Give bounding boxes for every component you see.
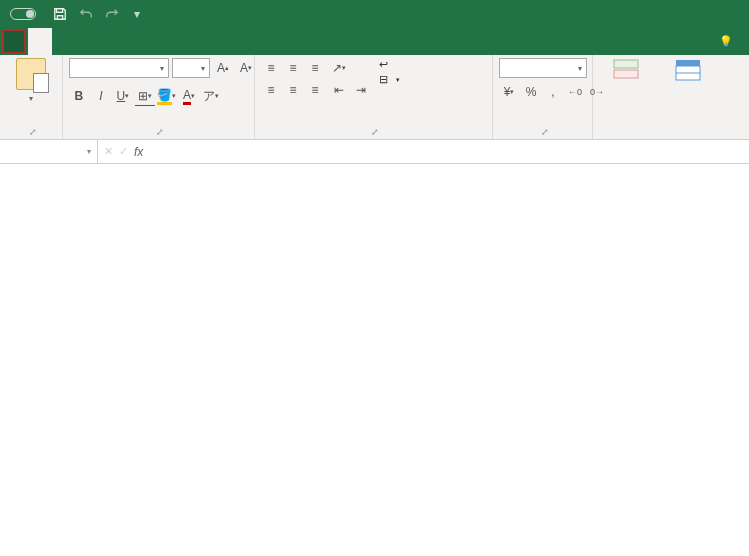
undo-icon[interactable]	[78, 6, 94, 22]
conditional-formatting-button[interactable]	[599, 58, 653, 86]
decrease-font-icon[interactable]: A▾	[236, 58, 256, 78]
number-format-combo[interactable]: ▾	[499, 58, 587, 78]
paste-button[interactable]: ▾	[9, 58, 53, 103]
tab-insert[interactable]	[52, 28, 76, 55]
align-left-icon[interactable]: ≡	[261, 80, 281, 100]
dialog-launcher-icon[interactable]: ⤢	[371, 127, 379, 137]
tab-help[interactable]	[220, 28, 244, 55]
tab-page-layout[interactable]	[76, 28, 100, 55]
format-as-table-button[interactable]	[657, 58, 719, 86]
accounting-format-icon[interactable]: ¥▾	[499, 82, 519, 102]
bold-button[interactable]: B	[69, 86, 89, 106]
table-format-icon	[674, 58, 702, 84]
svg-rect-2	[676, 60, 700, 66]
decrease-indent-icon[interactable]: ⇤	[329, 80, 349, 100]
font-name-combo[interactable]: ▾	[69, 58, 169, 78]
increase-indent-icon[interactable]: ⇥	[351, 80, 371, 100]
align-top-icon[interactable]: ≡	[261, 58, 281, 78]
border-button[interactable]: ⊞▾	[135, 86, 155, 106]
svg-rect-1	[614, 70, 638, 78]
redo-icon[interactable]	[104, 6, 120, 22]
font-color-button[interactable]: A▾	[179, 86, 199, 106]
wrap-icon: ↩	[379, 58, 388, 71]
svg-rect-0	[614, 60, 638, 68]
tab-home[interactable]	[28, 28, 52, 55]
percent-format-icon[interactable]: %	[521, 82, 541, 102]
tab-developer[interactable]	[196, 28, 220, 55]
clipboard-icon	[16, 58, 46, 90]
dialog-launcher-icon[interactable]: ⤢	[541, 127, 549, 137]
merge-icon: ⊟	[379, 73, 388, 86]
fill-color-button[interactable]: 🪣▾	[157, 86, 177, 106]
phonetic-button[interactable]: ア▾	[201, 86, 221, 106]
name-box[interactable]: ▾	[0, 140, 98, 163]
wrap-text-button[interactable]: ↩	[379, 58, 400, 71]
save-icon[interactable]	[52, 6, 68, 22]
align-middle-icon[interactable]: ≡	[283, 58, 303, 78]
align-right-icon[interactable]: ≡	[305, 80, 325, 100]
merge-center-button[interactable]: ⊟▾	[379, 73, 400, 86]
align-bottom-icon[interactable]: ≡	[305, 58, 325, 78]
underline-button[interactable]: U▾	[113, 86, 133, 106]
lightbulb-icon: 💡	[719, 35, 733, 48]
enter-icon[interactable]: ✓	[119, 145, 128, 158]
conditional-format-icon	[612, 58, 640, 84]
formula-input[interactable]	[149, 145, 743, 159]
cancel-icon[interactable]: ✕	[104, 145, 113, 158]
tab-data[interactable]	[124, 28, 148, 55]
tab-formulas[interactable]	[100, 28, 124, 55]
tab-review[interactable]	[148, 28, 172, 55]
comma-format-icon[interactable]: ,	[543, 82, 563, 102]
autosave-toggle[interactable]	[6, 8, 40, 20]
font-size-combo[interactable]: ▾	[172, 58, 210, 78]
align-center-icon[interactable]: ≡	[283, 80, 303, 100]
italic-button[interactable]: I	[91, 86, 111, 106]
increase-font-icon[interactable]: A▴	[213, 58, 233, 78]
dialog-launcher-icon[interactable]: ⤢	[156, 127, 164, 137]
tab-view[interactable]	[172, 28, 196, 55]
toggle-switch-icon	[10, 8, 36, 20]
qat-customize-icon[interactable]: ▾	[134, 7, 140, 21]
dialog-launcher-icon[interactable]: ⤢	[29, 127, 37, 137]
chevron-down-icon: ▾	[29, 94, 33, 103]
tell-me-search[interactable]: 💡	[709, 28, 749, 55]
orientation-icon[interactable]: ↗▾	[329, 58, 349, 78]
tab-file[interactable]	[2, 29, 26, 54]
increase-decimal-icon[interactable]: ←0	[565, 82, 585, 102]
fx-icon[interactable]: fx	[134, 145, 143, 159]
